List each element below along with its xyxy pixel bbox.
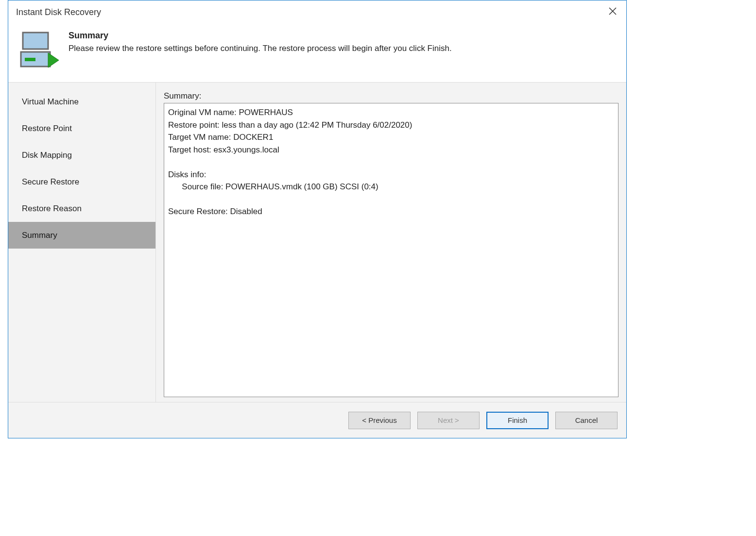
close-button[interactable]	[606, 5, 619, 19]
sidebar-item-label: Restore Point	[22, 124, 72, 134]
main-panel: Summary: Original VM name: POWERHAUS Res…	[156, 83, 626, 402]
header-text: Summary Please review the restore settin…	[69, 30, 618, 53]
sidebar-item-virtual-machine[interactable]: Virtual Machine	[8, 88, 155, 115]
svg-rect-4	[25, 58, 35, 61]
svg-rect-2	[23, 33, 48, 49]
sidebar-item-secure-restore[interactable]: Secure Restore	[8, 168, 155, 195]
wizard-icon	[17, 30, 59, 71]
sidebar-item-disk-mapping[interactable]: Disk Mapping	[8, 142, 155, 168]
next-button: Next >	[417, 412, 480, 429]
sidebar-item-label: Restore Reason	[22, 204, 82, 214]
body: Virtual Machine Restore Point Disk Mappi…	[8, 83, 626, 402]
sidebar-item-restore-reason[interactable]: Restore Reason	[8, 195, 155, 222]
summary-line: Target VM name: DOCKER1	[168, 133, 273, 142]
sidebar-item-label: Disk Mapping	[22, 151, 72, 160]
summary-line: Restore point: less than a day ago (12:4…	[168, 120, 412, 130]
dialog-instant-disk-recovery: Instant Disk Recovery	[8, 0, 627, 438]
close-icon	[608, 7, 617, 18]
sidebar-item-restore-point[interactable]: Restore Point	[8, 115, 155, 142]
svg-marker-5	[48, 53, 59, 67]
finish-button[interactable]: Finish	[486, 412, 549, 429]
summary-line: Disks info:	[168, 170, 206, 179]
previous-button[interactable]: < Previous	[348, 412, 411, 429]
cancel-button[interactable]: Cancel	[555, 412, 618, 429]
summary-textbox[interactable]: Original VM name: POWERHAUS Restore poin…	[164, 103, 619, 397]
titlebar: Instant Disk Recovery	[8, 0, 626, 24]
footer: < Previous Next > Finish Cancel	[8, 402, 626, 438]
sidebar-item-label: Secure Restore	[22, 177, 79, 187]
header-heading: Summary	[69, 31, 618, 41]
summary-line: Original VM name: POWERHAUS	[168, 108, 293, 117]
dialog-title: Instant Disk Recovery	[16, 7, 606, 17]
summary-line: Source file: POWERHAUS.vmdk (100 GB) SCS…	[168, 182, 378, 191]
header-subtitle: Please review the restore settings befor…	[69, 44, 618, 53]
header-panel: Summary Please review the restore settin…	[8, 24, 626, 83]
sidebar-item-label: Summary	[22, 231, 57, 240]
sidebar-item-summary[interactable]: Summary	[8, 222, 155, 249]
sidebar-item-label: Virtual Machine	[22, 97, 79, 107]
summary-label: Summary:	[164, 91, 619, 101]
summary-line: Secure Restore: Disabled	[168, 207, 262, 216]
summary-line: Target host: esx3.youngs.local	[168, 145, 279, 154]
wizard-sidebar: Virtual Machine Restore Point Disk Mappi…	[8, 83, 156, 402]
